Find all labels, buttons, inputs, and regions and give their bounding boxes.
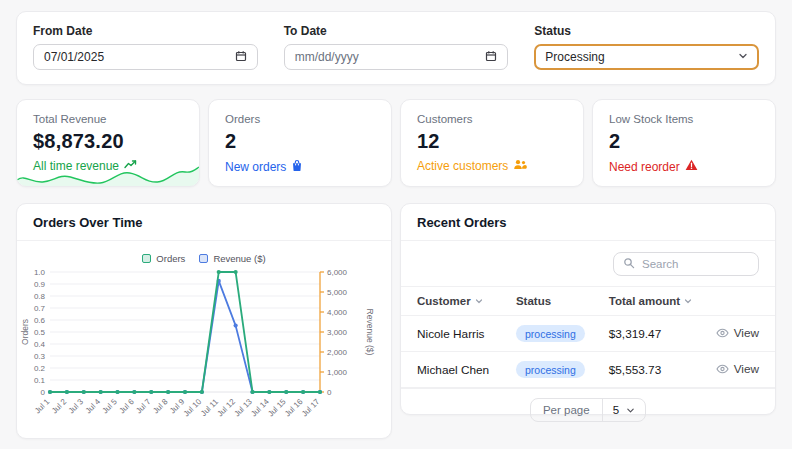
filter-bar: From Date 07/01/2025 To Date mm/dd/yyyy … [16, 11, 776, 85]
chart-area: 00.10.20.30.40.50.60.70.80.91.0Orders01,… [17, 266, 391, 436]
to-date-placeholder: mm/dd/yyyy [295, 50, 359, 64]
stat-value: $8,873.20 [33, 130, 183, 153]
per-page-select[interactable]: 5 [603, 399, 645, 421]
stat-value: 2 [609, 130, 759, 153]
from-date-field: From Date 07/01/2025 [33, 24, 258, 70]
total-amount-cell: $5,553.73 [609, 352, 716, 388]
stat-label: Orders [225, 113, 375, 125]
to-date-input[interactable]: mm/dd/yyyy [284, 44, 509, 70]
table-row: Nicole Harris processing $3,319.47 View [401, 316, 775, 352]
table-row: Michael Chen processing $5,553.73 View [401, 352, 775, 388]
calendar-icon[interactable] [485, 50, 497, 65]
revenue-legend-swatch [199, 254, 208, 263]
stat-subtitle: New orders [225, 159, 375, 175]
sort-chevron-icon [475, 297, 483, 305]
table-header-row: Customer Status Total amount [401, 287, 775, 316]
legend-item-orders: Orders [142, 253, 185, 264]
view-button[interactable]: View [716, 326, 759, 340]
stat-label: Total Revenue [33, 113, 183, 125]
status-badge: processing [516, 361, 585, 378]
svg-text:0.9: 0.9 [34, 280, 46, 289]
recent-orders-title: Recent Orders [401, 204, 775, 241]
search-input[interactable] [642, 258, 749, 270]
users-icon [513, 159, 527, 173]
customer-cell: Nicole Harris [401, 316, 516, 352]
column-header-total[interactable]: Total amount [609, 295, 692, 307]
column-header-status: Status [516, 295, 551, 307]
svg-text:0.8: 0.8 [34, 292, 46, 301]
stat-card-customers: Customers 12 Active customers [400, 99, 584, 187]
chart-title: Orders Over Time [17, 204, 391, 241]
status-badge: processing [516, 325, 585, 342]
svg-text:Jul 2: Jul 2 [50, 397, 69, 416]
status-selected-value: Processing [545, 50, 604, 64]
svg-text:1,000: 1,000 [327, 368, 348, 377]
bottom-row: Orders Over Time Orders Revenue ($) 00.1… [16, 203, 776, 439]
trending-up-icon [124, 159, 137, 173]
view-button[interactable]: View [716, 362, 759, 376]
svg-text:Jul 10: Jul 10 [182, 397, 204, 419]
to-date-field: To Date mm/dd/yyyy [284, 24, 509, 70]
calendar-icon[interactable] [235, 50, 247, 65]
status-select[interactable]: Processing [534, 44, 759, 70]
recent-orders-table: Customer Status Total amount Nicole Harr… [401, 286, 775, 388]
svg-text:Jul 7: Jul 7 [134, 397, 153, 416]
svg-text:0.4: 0.4 [34, 340, 46, 349]
recent-orders-panel: Recent Orders Customer Status Total amou… [400, 203, 776, 415]
search-icon [623, 255, 635, 273]
stat-subtitle: All time revenue [33, 159, 183, 173]
svg-text:Jul 17: Jul 17 [300, 397, 322, 419]
stat-subtitle: Active customers [417, 159, 567, 173]
stat-subtitle: Need reorder [609, 159, 759, 174]
svg-text:3,000: 3,000 [327, 328, 348, 337]
chevron-down-icon [626, 406, 635, 415]
chevron-down-icon [738, 50, 748, 64]
svg-text:0.7: 0.7 [34, 304, 46, 313]
stat-value: 2 [225, 130, 375, 153]
svg-text:0.2: 0.2 [34, 364, 46, 373]
svg-text:Jul 4: Jul 4 [84, 397, 103, 416]
svg-text:Jul 6: Jul 6 [117, 397, 136, 416]
orders-over-time-chart: 00.10.20.30.40.50.60.70.80.91.0Orders01,… [20, 266, 388, 432]
orders-over-time-panel: Orders Over Time Orders Revenue ($) 00.1… [16, 203, 392, 439]
stat-label: Low Stock Items [609, 113, 759, 125]
from-date-value: 07/01/2025 [44, 50, 104, 64]
svg-text:Revenue ($): Revenue ($) [365, 309, 375, 356]
search-row [401, 241, 775, 286]
svg-text:0.1: 0.1 [34, 376, 46, 385]
alert-triangle-icon [685, 159, 698, 174]
svg-text:0: 0 [41, 388, 46, 397]
stats-row: Total Revenue $8,873.20 All time revenue… [16, 99, 776, 187]
svg-text:Jul 8: Jul 8 [151, 397, 170, 416]
customer-cell: Michael Chen [401, 352, 516, 388]
sort-chevron-icon [684, 297, 692, 305]
svg-text:6,000: 6,000 [327, 268, 348, 277]
svg-text:4,000: 4,000 [327, 308, 348, 317]
dashboard-page: From Date 07/01/2025 To Date mm/dd/yyyy … [0, 0, 792, 439]
svg-text:Jul 5: Jul 5 [101, 397, 120, 416]
per-page-control: Per page 5 [530, 398, 646, 422]
svg-text:0.6: 0.6 [34, 316, 46, 325]
legend-item-revenue: Revenue ($) [199, 253, 265, 264]
chart-legend: Orders Revenue ($) [17, 253, 391, 264]
svg-text:0.3: 0.3 [34, 352, 46, 361]
stat-card-orders: Orders 2 New orders [208, 99, 392, 187]
stat-label: Customers [417, 113, 567, 125]
total-amount-cell: $3,319.47 [609, 316, 716, 352]
svg-text:2,000: 2,000 [327, 348, 348, 357]
column-header-customer[interactable]: Customer [417, 295, 483, 307]
svg-text:Jul 1: Jul 1 [33, 397, 52, 416]
per-page-label: Per page [531, 399, 603, 421]
to-date-label: To Date [284, 24, 509, 38]
from-date-input[interactable]: 07/01/2025 [33, 44, 258, 70]
orders-legend-swatch [142, 254, 151, 263]
search-box[interactable] [613, 252, 759, 276]
shopping-bag-icon [291, 159, 303, 175]
svg-text:Orders: Orders [20, 319, 30, 345]
svg-text:Jul 3: Jul 3 [67, 397, 86, 416]
stat-card-low-stock: Low Stock Items 2 Need reorder [592, 99, 776, 187]
eye-icon [716, 328, 729, 338]
eye-icon [716, 364, 729, 374]
status-field: Status Processing [534, 24, 759, 70]
stat-value: 12 [417, 130, 567, 153]
